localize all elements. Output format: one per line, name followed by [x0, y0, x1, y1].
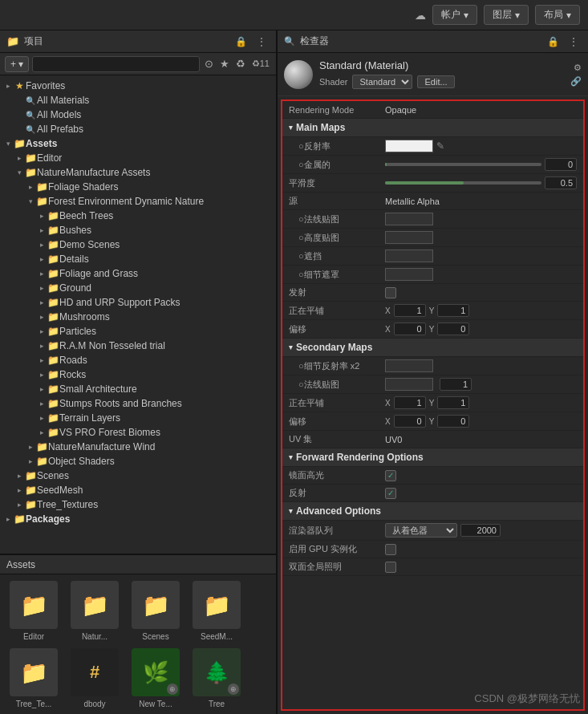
tiling-y-input-1[interactable] — [437, 304, 469, 317]
tree-item-mushrooms[interactable]: ▸📁Mushrooms — [0, 310, 276, 324]
double-sided-gi-checkbox[interactable] — [385, 562, 396, 573]
tree-label-forest-env: Forest Environment Dynamic Nature — [48, 196, 276, 207]
render-queue-dropdown[interactable]: 从着色器 — [385, 523, 457, 538]
tiling-x-input-2[interactable] — [394, 396, 426, 409]
tree-item-stumps[interactable]: ▸📁Stumps Roots and Branches — [0, 396, 276, 411]
tree-label-scenes: Scenes — [37, 470, 276, 481]
cloud-icon[interactable]: ☁ — [415, 9, 426, 22]
detail-albedo-slot[interactable] — [385, 359, 433, 372]
occlusion-slot[interactable] — [385, 249, 433, 262]
detail-albedo-row: ○细节反射率 x2 — [282, 357, 583, 375]
tree-item-all-prefabs[interactable]: 🔍All Prefabs — [0, 122, 276, 136]
tree-label-ram-non: R.A.M Non Tesseled trial — [59, 340, 276, 351]
material-settings-icon[interactable]: ⚙ — [574, 63, 582, 73]
layout-arrow-icon: ▾ — [566, 10, 571, 21]
add-button[interactable]: + ▾ — [5, 56, 29, 72]
gpu-instancing-checkbox[interactable] — [385, 544, 396, 555]
normal-map2-input[interactable] — [440, 378, 472, 391]
offset-y-input-1[interactable] — [437, 323, 469, 335]
tree-item-assets-root[interactable]: ▾📁Assets — [0, 136, 276, 151]
tree-icon-stumps: 📁 — [47, 398, 59, 409]
panel-more-button[interactable]: ⋮ — [253, 34, 270, 49]
tree-item-scenes[interactable]: ▸📁Scenes — [0, 469, 276, 483]
tree-item-ram-non[interactable]: ▸📁R.A.M Non Tesseled trial — [0, 339, 276, 353]
material-link-icon[interactable]: 🔗 — [570, 76, 582, 87]
layout-button[interactable]: 布局 ▾ — [535, 5, 580, 25]
metallic-slider[interactable] — [385, 163, 541, 166]
tree-item-details[interactable]: ▸📁Details — [0, 252, 276, 266]
tree-item-favorites[interactable]: ▸★Favorites — [0, 79, 276, 93]
asset-item-scenes-folder[interactable]: 📁Scenes — [128, 581, 183, 642]
offset-y-input-2[interactable] — [437, 415, 469, 428]
tree-item-vs-pro[interactable]: ▸📁VS PRO Forest Biomes — [0, 425, 276, 440]
asset-item-new-te[interactable]: 🌿⊕New Te... — [128, 648, 183, 709]
tree-item-demo-scenes[interactable]: ▸📁Demo Scenes — [0, 237, 276, 252]
offset-x-input-1[interactable] — [394, 323, 426, 335]
specular-checkbox[interactable]: ✓ — [385, 470, 396, 481]
emission-checkbox[interactable] — [385, 287, 396, 298]
inspector-lock-button[interactable]: 🔒 — [544, 34, 562, 49]
asset-item-seedm-folder[interactable]: 📁SeedM... — [189, 581, 244, 642]
account-button[interactable]: 帐户 ▾ — [432, 5, 477, 25]
search-input[interactable] — [32, 56, 199, 72]
shader-edit-button[interactable]: Edit... — [417, 75, 454, 88]
albedo-color-picker-icon[interactable]: ✎ — [436, 140, 444, 152]
tree-label-small-arch: Small Architecture — [59, 383, 276, 395]
material-header-icons: ⚙ 🔗 — [570, 63, 582, 87]
layers-button[interactable]: 图层 ▾ — [484, 5, 529, 25]
asset-item-editor-folder[interactable]: 📁Editor — [6, 581, 61, 642]
tree-item-seedmesh[interactable]: ▸📁SeedMesh — [0, 483, 276, 497]
tree-label-foliage-shaders: Foliage Shaders — [48, 181, 276, 193]
tiling-y-label-2: Y — [429, 399, 435, 408]
asset-item-natur-folder[interactable]: 📁Natur... — [67, 581, 122, 642]
filter-texture-button[interactable]: ⊙ — [203, 56, 215, 71]
smoothness-slider[interactable] — [385, 181, 541, 185]
tiling-y-input-2[interactable] — [437, 396, 469, 409]
tree-item-particles[interactable]: ▸📁Particles — [0, 324, 276, 339]
asset-item-tree-te-folder[interactable]: 📁Tree_Te... — [6, 648, 61, 709]
height-map-slot[interactable] — [385, 231, 433, 244]
render-queue-input[interactable] — [460, 524, 501, 537]
tree-item-roads[interactable]: ▸📁Roads — [0, 353, 276, 367]
tree-item-foliage-grass[interactable]: ▸📁Foliage and Grass — [0, 266, 276, 281]
tree-item-hd-urp[interactable]: ▸📁HD and URP Support Packs — [0, 295, 276, 310]
tree-item-all-models[interactable]: 🔍All Models — [0, 108, 276, 122]
tree-item-packages[interactable]: ▸📁Packages — [0, 512, 276, 526]
detail-mask-slot[interactable] — [385, 268, 433, 281]
reflections-checkbox[interactable]: ✓ — [385, 488, 396, 499]
tree-item-beech-trees[interactable]: ▸📁Beech Trees — [0, 209, 276, 223]
albedo-color-swatch[interactable] — [385, 140, 433, 152]
tree-item-forest-env[interactable]: ▾📁Forest Environment Dynamic Nature — [0, 194, 276, 209]
filter-recycle-button[interactable]: ♻ — [234, 56, 247, 71]
tiling-x-input-1[interactable] — [394, 304, 426, 317]
tree-item-nature-manufacture[interactable]: ▾📁NatureManufacture Assets — [0, 165, 276, 180]
offset-x-input-2[interactable] — [394, 415, 426, 428]
account-arrow-icon: ▾ — [464, 10, 468, 21]
asset-item-dbody[interactable]: #dbody — [67, 648, 122, 709]
material-info: Standard (Material) Shader Standard Edit… — [319, 59, 564, 89]
tree-item-bushes[interactable]: ▸📁Bushes — [0, 223, 276, 237]
tree-item-rocks[interactable]: ▸📁Rocks — [0, 367, 276, 382]
normal-map2-slot[interactable] — [385, 378, 433, 391]
tree-item-nature-wind[interactable]: ▸📁NatureManufacture Wind — [0, 440, 276, 454]
filter-star-button[interactable]: ★ — [218, 56, 231, 71]
specular-row: 镜面高光 ✓ — [282, 467, 583, 485]
tree-item-terrain-layers[interactable]: ▸📁Terrain Layers — [0, 411, 276, 425]
tree-item-ground[interactable]: ▸📁Ground — [0, 281, 276, 295]
rendering-mode-row: Rendering Mode Opaque — [282, 101, 583, 119]
metallic-input[interactable] — [545, 158, 577, 171]
tree-item-small-arch[interactable]: ▸📁Small Architecture — [0, 382, 276, 396]
tree-item-editor[interactable]: ▸📁Editor — [0, 151, 276, 165]
tree-item-foliage-shaders[interactable]: ▸📁Foliage Shaders — [0, 180, 276, 194]
tree-item-tree-textures[interactable]: ▸📁Tree_Textures — [0, 497, 276, 512]
tree-item-object-shaders[interactable]: ▸📁Object Shaders — [0, 454, 276, 469]
shader-select[interactable]: Standard — [352, 75, 412, 89]
asset-item-tree-asset[interactable]: 🌲⊕Tree — [189, 648, 244, 709]
occlusion-label: ○遮挡 — [289, 250, 385, 262]
gpu-instancing-value — [385, 544, 577, 555]
tree-item-all-materials[interactable]: 🔍All Materials — [0, 93, 276, 108]
smoothness-input[interactable] — [545, 176, 577, 189]
normal-map-slot[interactable] — [385, 213, 433, 225]
panel-lock-button[interactable]: 🔒 — [232, 34, 250, 49]
inspector-more-button[interactable]: ⋮ — [566, 34, 582, 49]
